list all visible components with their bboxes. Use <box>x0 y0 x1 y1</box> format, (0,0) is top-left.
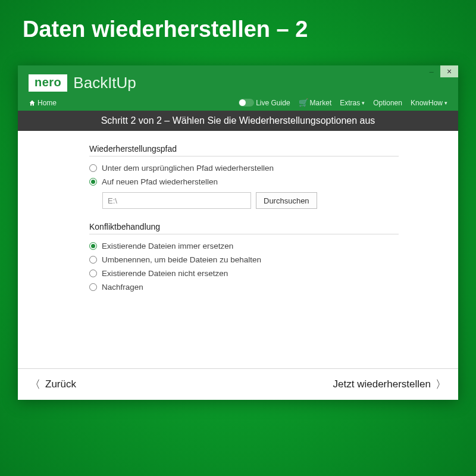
brand-badge: nero <box>29 74 67 92</box>
radio-ask-label: Nachfragen <box>102 283 143 292</box>
brand-row: nero BackItUp <box>29 74 447 92</box>
chevron-down-icon: ▾ <box>444 100 447 106</box>
content-area: Wiederherstellungspfad Unter dem ursprün… <box>18 131 458 368</box>
optionen-label: Optionen <box>373 99 402 107</box>
home-link[interactable]: Home <box>29 99 57 107</box>
minimize-button[interactable]: – <box>422 65 440 77</box>
radio-icon <box>89 242 97 250</box>
live-guide-label: Live Guide <box>256 99 290 107</box>
radio-icon <box>89 164 97 172</box>
radio-original-path[interactable]: Unter dem ursprünglichen Pfad wiederhers… <box>89 164 399 173</box>
radio-rename-label: Umbenennen, um beide Dateien zu behalten <box>102 255 261 264</box>
home-label: Home <box>37 99 57 107</box>
section-path-title: Wiederherstellungspfad <box>89 144 399 154</box>
home-icon <box>29 99 36 107</box>
menubar: Home Live Guide 🛒 Market Extras ▾ Option… <box>29 98 447 107</box>
radio-new-label: Auf neuen Pfad wiederherstellen <box>102 177 218 186</box>
restore-now-button[interactable]: Jetzt wiederherstellen 〉 <box>333 377 446 392</box>
radio-skip[interactable]: Existierende Dateien nicht ersetzen <box>89 269 399 278</box>
restore-now-label: Jetzt wiederherstellen <box>333 378 431 390</box>
back-label: Zurück <box>45 378 76 390</box>
radio-new-path[interactable]: Auf neuen Pfad wiederherstellen <box>89 177 399 186</box>
radio-icon <box>89 256 97 264</box>
radio-icon <box>89 283 97 291</box>
extras-menu[interactable]: Extras ▾ <box>340 99 365 107</box>
brand-product: BackItUp <box>73 74 136 92</box>
app-header: nero BackItUp Home Live Guide 🛒 Market E… <box>18 65 458 111</box>
footer: 〈 Zurück Jetzt wiederherstellen 〉 <box>18 368 458 400</box>
radio-original-label: Unter dem ursprünglichen Pfad wiederhers… <box>102 164 274 173</box>
page-heading: Daten wiederherstellen – 2 <box>0 0 476 57</box>
window-controls: – × <box>422 65 458 77</box>
section-conflict-title: Konfliktbehandlung <box>89 222 399 231</box>
divider <box>89 156 399 156</box>
toggle-icon <box>239 99 254 107</box>
radio-ask[interactable]: Nachfragen <box>89 283 399 292</box>
divider <box>89 234 399 234</box>
knowhow-label: KnowHow <box>411 99 443 107</box>
market-label: Market <box>310 99 332 107</box>
radio-icon <box>89 178 97 186</box>
chevron-down-icon: ▾ <box>362 100 365 106</box>
close-button[interactable]: × <box>440 65 458 77</box>
market-link[interactable]: 🛒 Market <box>299 98 332 107</box>
radio-replace-label: Existierende Dateien immer ersetzen <box>102 242 233 250</box>
path-row: Durchsuchen <box>102 192 399 209</box>
radio-skip-label: Existierende Dateien nicht ersetzen <box>102 269 228 278</box>
radio-replace[interactable]: Existierende Dateien immer ersetzen <box>89 242 399 250</box>
browse-button[interactable]: Durchsuchen <box>256 192 317 209</box>
chevron-left-icon: 〈 <box>30 377 40 392</box>
back-button[interactable]: 〈 Zurück <box>30 377 76 392</box>
knowhow-menu[interactable]: KnowHow ▾ <box>411 99 447 107</box>
radio-rename[interactable]: Umbenennen, um beide Dateien zu behalten <box>89 255 399 264</box>
live-guide-toggle[interactable]: Live Guide <box>239 99 290 107</box>
chevron-right-icon: 〉 <box>436 377 446 392</box>
step-bar: Schritt 2 von 2 – Wählen Sie die Wiederh… <box>18 111 458 131</box>
extras-label: Extras <box>340 99 360 107</box>
radio-icon <box>89 270 97 277</box>
path-input[interactable] <box>102 192 251 209</box>
app-window: – × nero BackItUp Home Live Guide 🛒 Mark… <box>18 65 458 400</box>
basket-icon: 🛒 <box>299 98 308 107</box>
optionen-menu[interactable]: Optionen <box>373 99 402 107</box>
